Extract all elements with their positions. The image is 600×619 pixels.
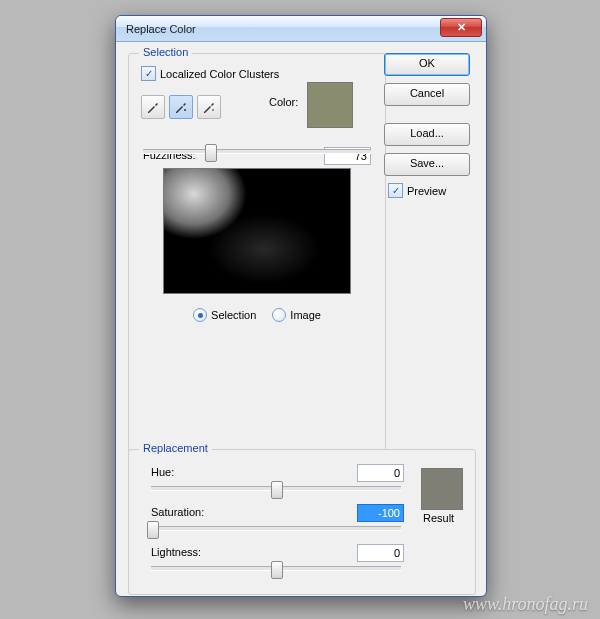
hue-input[interactable]: 0 [357, 464, 404, 482]
hue-thumb[interactable] [271, 481, 283, 499]
result-swatch[interactable] [421, 468, 463, 510]
cancel-button[interactable]: Cancel [384, 83, 470, 106]
hue-slider[interactable] [151, 486, 401, 491]
titlebar[interactable]: Replace Color ✕ [116, 16, 486, 42]
replacement-legend: Replacement [139, 442, 212, 454]
radio-selection[interactable]: Selection [193, 308, 256, 322]
selection-preview-image [163, 168, 351, 294]
lightness-input[interactable]: 0 [357, 544, 404, 562]
preview-row[interactable]: ✓ Preview [384, 183, 468, 198]
saturation-slider[interactable] [151, 526, 401, 531]
preview-mode-radios: Selection Image [137, 308, 377, 322]
preview-checkbox[interactable]: ✓ [388, 183, 403, 198]
selection-legend: Selection [139, 46, 192, 58]
color-label: Color: [269, 96, 298, 108]
replace-color-dialog: Replace Color ✕ Selection ✓ Localized Co… [115, 15, 487, 597]
localized-clusters-row[interactable]: ✓ Localized Color Clusters [137, 66, 377, 81]
window-title: Replace Color [126, 23, 196, 35]
hue-label: Hue: [151, 466, 174, 478]
close-button[interactable]: ✕ [440, 18, 482, 37]
saturation-thumb[interactable] [147, 521, 159, 539]
color-swatch[interactable] [307, 82, 353, 128]
watermark: www.hronofag.ru [463, 594, 588, 615]
fuzziness-block: Fuzziness: 73 [137, 149, 377, 154]
localized-clusters-checkbox[interactable]: ✓ [141, 66, 156, 81]
hue-row: Hue: 0 [137, 462, 467, 494]
lightness-label: Lightness: [151, 546, 201, 558]
preview-label: Preview [407, 185, 446, 197]
saturation-input[interactable]: -100 [357, 504, 404, 522]
eyedropper-subtract-icon[interactable] [197, 95, 221, 119]
fuzziness-slider[interactable] [143, 149, 371, 154]
lightness-thumb[interactable] [271, 561, 283, 579]
radio-image[interactable]: Image [272, 308, 321, 322]
ok-button[interactable]: OK [384, 53, 470, 76]
lightness-row: Lightness: 0 [137, 542, 467, 574]
lightness-slider[interactable] [151, 566, 401, 571]
radio-selection-input[interactable] [193, 308, 207, 322]
eyedropper-add-icon[interactable] [169, 95, 193, 119]
localized-clusters-label: Localized Color Clusters [160, 68, 279, 80]
saturation-label: Saturation: [151, 506, 204, 518]
selection-fieldset: Selection ✓ Localized Color Clusters Col… [128, 53, 386, 453]
eyedropper-icon[interactable] [141, 95, 165, 119]
close-icon: ✕ [457, 21, 466, 34]
fuzziness-thumb[interactable] [205, 144, 217, 162]
result-label: Result [423, 512, 454, 524]
saturation-row: Saturation: -100 [137, 502, 467, 534]
replacement-fieldset: Replacement Hue: 0 Saturation: -100 Ligh… [128, 449, 476, 595]
save-button[interactable]: Save... [384, 153, 470, 176]
load-button[interactable]: Load... [384, 123, 470, 146]
preview-content [164, 169, 350, 293]
radio-selection-label: Selection [211, 309, 256, 321]
side-buttons: OK Cancel Load... Save... ✓ Preview [384, 53, 468, 198]
radio-image-input[interactable] [272, 308, 286, 322]
radio-image-label: Image [290, 309, 321, 321]
dialog-content: Selection ✓ Localized Color Clusters Col… [116, 41, 486, 596]
